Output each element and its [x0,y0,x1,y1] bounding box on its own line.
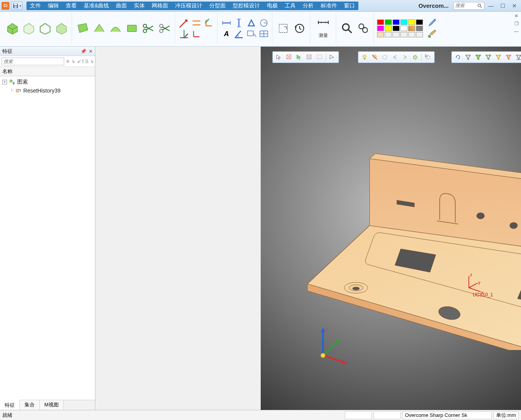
menu-stamping[interactable]: 冲压模设计 [172,2,206,10]
expand-icon[interactable]: + [2,80,7,84]
ribbon-ortho-btn[interactable] [203,18,215,28]
swatch[interactable] [408,32,415,37]
swatch[interactable] [408,26,415,31]
close-button[interactable]: ✕ [509,2,519,10]
swatch[interactable] [377,19,384,25]
history-btn[interactable] [292,18,307,39]
ribbon-btn-g2c[interactable] [108,18,123,39]
ribbon-axis2-btn[interactable] [191,29,202,39]
sel-x2[interactable] [305,53,314,61]
bulb-on[interactable] [360,53,369,61]
filter1-icon[interactable]: ↳ [71,58,75,65]
vis-a[interactable] [380,53,389,61]
menu-analysis[interactable]: 分析 [299,2,317,10]
menu-electrode[interactable]: 电极 [263,2,281,10]
dim-v-btn[interactable] [233,18,245,28]
refresh-btn[interactable] [275,18,291,39]
swatch[interactable] [393,32,400,37]
menu-datum-curve[interactable]: 基准&曲线 [80,2,112,10]
filter2-icon[interactable]: ↲ [77,58,81,65]
minimize-button[interactable]: — [486,2,496,10]
ribbon-btn-g2b[interactable] [91,18,107,39]
menu-standard[interactable]: 标准件 [317,2,340,10]
zoom2-btn[interactable] [356,18,371,39]
flt-d[interactable] [484,53,493,61]
ribbon-parallel-btn[interactable] [191,18,202,28]
flt-b[interactable] [463,53,473,61]
ribbon-close-icon[interactable]: ✕ [513,13,519,19]
filter4-icon[interactable]: S [85,58,88,65]
pin-icon[interactable]: 📌 [81,49,86,54]
brush-btn[interactable] [426,29,438,39]
swatch[interactable] [393,26,400,31]
menu-tools[interactable]: 工具 [281,2,299,10]
swatch[interactable] [377,26,384,31]
swatch[interactable] [400,32,407,37]
tree-child-row[interactable]: └ ResetHistory39 [1,86,94,95]
menu-parting[interactable]: 分型面 [206,2,229,10]
swatch[interactable] [400,19,407,25]
swatch[interactable] [393,19,400,25]
tab-set[interactable]: 集合 [20,400,40,410]
vis-b[interactable] [390,53,400,61]
menu-mesh[interactable]: 网格面 [148,2,172,10]
dim-h-btn[interactable] [221,18,232,28]
column-header[interactable]: 名称 [0,67,95,76]
menu-edit[interactable]: 编辑 [44,2,62,10]
flt-c[interactable] [474,53,483,61]
flt-f[interactable] [504,53,513,61]
ribbon-axis-btn[interactable] [178,29,190,39]
swatch[interactable] [416,19,423,25]
maximize-button[interactable]: ☐ [498,2,508,10]
menu-window[interactable]: 窗口 [340,2,358,10]
flt-e[interactable] [494,53,503,61]
sel-arrow[interactable] [274,53,284,61]
dim-rad-btn[interactable] [258,18,270,28]
ribbon-btn-box2[interactable] [21,18,37,39]
ribbon-btn-box1[interactable] [5,18,20,39]
tree-root-row[interactable]: + 图素 [1,78,94,86]
vis-cursor[interactable] [423,53,433,61]
flt-a[interactable] [453,53,463,61]
dropper-btn[interactable] [426,18,438,28]
tab-feature[interactable]: 特征 [0,400,20,410]
flt-g[interactable] [514,53,521,61]
ribbon-btn-box3[interactable] [37,18,53,39]
ribbon-btn-box4[interactable] [54,18,69,39]
panel-search-input[interactable] [2,58,64,65]
menu-solid[interactable]: 实体 [130,2,148,10]
swatch[interactable] [408,19,415,25]
sel-x[interactable] [284,53,294,61]
swatch[interactable] [385,26,392,31]
swatch[interactable] [385,19,392,25]
ribbon-btn-scissors1[interactable] [140,18,156,39]
vis-c[interactable] [400,53,410,61]
ribbon-restore-icon[interactable]: ❐ [513,21,519,26]
dim-tri-btn[interactable] [246,18,257,28]
filter3-icon[interactable]: ! [82,58,84,65]
ribbon-btn-g2d[interactable] [124,18,140,39]
sel-green-arrow[interactable] [295,53,304,61]
save-button[interactable]: ▾ [11,2,23,10]
note-btn[interactable] [246,29,257,39]
table-btn[interactable] [258,29,270,39]
zoom-btn[interactable] [339,18,355,39]
menu-surface[interactable]: 曲面 [112,2,130,10]
swatch[interactable] [400,26,407,31]
angle-dim-btn[interactable] [233,29,245,39]
measure-btn[interactable]: 测量 [313,13,333,44]
viewport[interactable]: z y x UCS10_1 z x [261,47,521,410]
menu-file[interactable]: 文件 [26,2,44,10]
title-search[interactable]: 搜索 [453,2,484,10]
bulb-off[interactable] [370,53,379,61]
swatch[interactable] [385,32,392,37]
text-a-btn[interactable]: A [221,29,232,39]
ribbon-min-icon[interactable]: — [513,29,519,34]
panel-close-icon[interactable]: ✕ [89,49,93,54]
clear-search-icon[interactable]: ✕ [66,58,70,65]
ribbon-btn-scissors2[interactable] [157,18,172,39]
vis-box[interactable] [410,53,420,61]
ribbon-btn-g2a[interactable] [75,18,91,39]
menu-mold[interactable]: 型腔模设计 [229,2,263,10]
tab-mview[interactable]: M视图 [40,400,64,410]
